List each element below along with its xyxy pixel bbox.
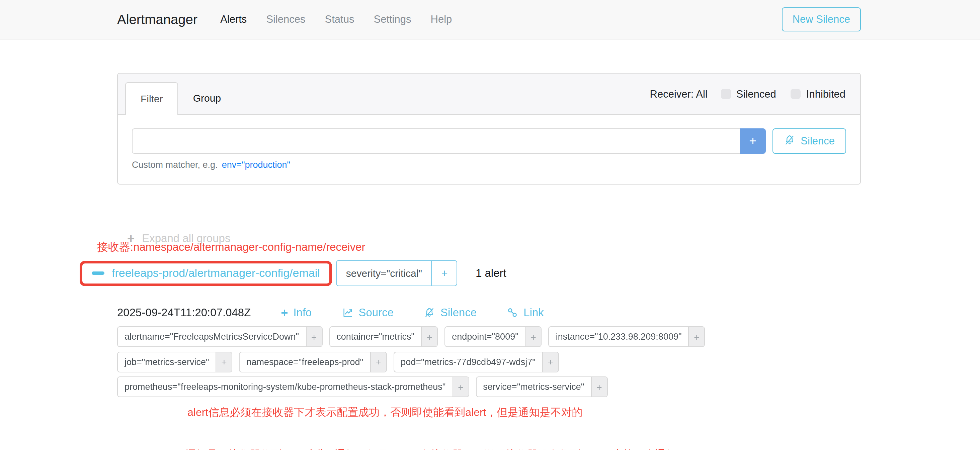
bell-slash-icon: [424, 307, 435, 318]
group-matcher-label[interactable]: severity="critical": [337, 261, 431, 285]
chart-line-icon: [342, 307, 353, 318]
add-filter-button[interactable]: +: [216, 352, 232, 371]
matcher-row: + Silence: [132, 128, 846, 154]
label-value[interactable]: endpoint="8009": [445, 327, 525, 346]
inhibited-checkbox[interactable]: [791, 89, 801, 99]
label-value[interactable]: job="metrics-service": [118, 352, 216, 371]
navbar: Alertmanager Alerts Silences Status Sett…: [0, 0, 980, 40]
add-filter-button[interactable]: +: [542, 352, 558, 371]
add-filter-button[interactable]: +: [370, 352, 386, 371]
silence-button-label: Silence: [800, 135, 835, 147]
label-value[interactable]: container="metrics": [330, 327, 421, 346]
add-filter-button[interactable]: +: [305, 327, 321, 346]
nav-items: Alerts Silences Status Settings Help: [220, 13, 452, 25]
collapse-minus-icon: [92, 271, 104, 275]
new-silence-button[interactable]: New Silence: [782, 7, 861, 32]
silenced-checkbox[interactable]: [721, 89, 731, 99]
link-action[interactable]: Link: [507, 306, 544, 319]
group-header-row: freeleaps-prod/alertmanager-config/email…: [80, 260, 506, 286]
silenced-checkbox-label[interactable]: Silenced: [737, 88, 776, 100]
matcher-helper: Custom matcher, e.g.env="production": [132, 160, 846, 170]
nav-item-silences[interactable]: Silences: [266, 13, 305, 25]
helper-example-link[interactable]: env="production": [222, 160, 291, 170]
receiver-filter[interactable]: Receiver: All: [650, 88, 708, 100]
label-chip: job="metrics-service" +: [117, 352, 232, 372]
add-matcher-button[interactable]: +: [740, 128, 766, 154]
group-receiver-path[interactable]: freeleaps-prod/alertmanager-config/email: [112, 266, 320, 280]
label-chip: service="metrics-service" +: [476, 376, 608, 397]
label-chip: container="metrics" +: [329, 326, 438, 347]
link-chain-icon: [507, 307, 518, 318]
app-brand[interactable]: Alertmanager: [117, 12, 197, 27]
annotation-line-1: alert信息必须在接收器下才表示配置成功，否则即使能看到alert，但是通知是…: [188, 406, 705, 420]
source-action[interactable]: Source: [342, 306, 394, 319]
label-chip: prometheus="freeleaps-monitoring-system/…: [117, 376, 469, 397]
alertmanager-app: Alertmanager Alerts Silences Status Sett…: [0, 0, 980, 450]
label-chip: pod="metrics-77d9cdb497-wdsj7" +: [393, 352, 559, 372]
alert-count: 1 alert: [476, 267, 506, 279]
nav-item-help[interactable]: Help: [431, 13, 452, 25]
highlighted-receiver-group[interactable]: freeleaps-prod/alertmanager-config/email: [80, 260, 332, 286]
alert-groups: + Expand all groups 接收器:namespace/alterm…: [0, 215, 980, 450]
inhibited-checkbox-label[interactable]: Inhibited: [806, 88, 845, 100]
add-filter-button[interactable]: +: [452, 377, 468, 396]
annotation-line-2: 逻辑是：接收器收到alert后进行通知，如果alert不在接收器下，说明接收器没…: [185, 448, 705, 450]
label-chip: endpoint="8009" +: [444, 326, 542, 347]
silence-action[interactable]: Silence: [424, 306, 477, 319]
info-action[interactable]: + Info: [281, 306, 312, 319]
alert-labels: alertname="FreeleapsMetricsServiceDown" …: [117, 326, 705, 397]
filter-panel-body: + Silence Custom mat: [118, 115, 860, 184]
label-value[interactable]: instance="10.233.98.209:8009": [549, 327, 689, 346]
filter-panel-header: Filter Group Receiver: All Silenced Inhi…: [118, 74, 860, 115]
nav-item-alerts[interactable]: Alerts: [220, 13, 247, 25]
group-matcher-chip: severity="critical" +: [336, 260, 458, 286]
main-content: Filter Group Receiver: All Silenced Inhi…: [0, 73, 980, 450]
matcher-input[interactable]: [132, 128, 740, 154]
tab-group[interactable]: Group: [178, 82, 235, 114]
nav-item-status[interactable]: Status: [325, 13, 355, 25]
label-chip: namespace="freeleaps-prod" +: [239, 352, 387, 372]
alert-detail: 2025-09-24T11:20:07.048Z + Info: [117, 306, 705, 450]
add-filter-button[interactable]: +: [689, 327, 705, 346]
nav-item-settings[interactable]: Settings: [374, 13, 411, 25]
label-value[interactable]: service="metrics-service": [476, 377, 591, 396]
tab-filter[interactable]: Filter: [125, 82, 178, 115]
label-chip: alertname="FreeleapsMetricsServiceDown" …: [117, 326, 322, 347]
add-filter-button[interactable]: +: [591, 377, 607, 396]
filter-options: Receiver: All Silenced Inhibited: [650, 74, 845, 114]
label-row: prometheus="freeleaps-monitoring-system/…: [117, 376, 705, 397]
label-value[interactable]: alertname="FreeleapsMetricsServiceDown": [118, 327, 305, 346]
label-row: job="metrics-service" + namespace="freel…: [117, 352, 705, 372]
label-chip: instance="10.233.98.209:8009" +: [549, 326, 705, 347]
label-value[interactable]: prometheus="freeleaps-monitoring-system/…: [118, 377, 452, 396]
source-action-label: Source: [358, 306, 394, 319]
silence-action-label: Silence: [441, 306, 477, 319]
filter-panel: Filter Group Receiver: All Silenced Inhi…: [117, 73, 861, 185]
alert-timestamp: 2025-09-24T11:20:07.048Z: [117, 306, 251, 319]
alert-header-row: 2025-09-24T11:20:07.048Z + Info: [117, 306, 705, 319]
label-row: alertname="FreeleapsMetricsServiceDown" …: [117, 326, 705, 347]
annotation-receiver-note: 接收器:namespace/altermanager-config-name/r…: [97, 240, 366, 255]
matcher-input-group: +: [132, 128, 766, 154]
group-matcher-add-button[interactable]: +: [431, 261, 457, 285]
panel-tabs: Filter Group: [125, 82, 235, 114]
silence-button[interactable]: Silence: [773, 128, 846, 154]
label-value[interactable]: namespace="freeleaps-prod": [240, 352, 370, 371]
info-action-label: Info: [293, 306, 312, 319]
plus-icon: +: [749, 134, 756, 149]
add-filter-button[interactable]: +: [525, 327, 541, 346]
helper-text: Custom matcher, e.g.: [132, 160, 218, 170]
add-filter-button[interactable]: +: [421, 327, 437, 346]
label-value[interactable]: pod="metrics-77d9cdb497-wdsj7": [394, 352, 542, 371]
link-action-label: Link: [523, 306, 544, 319]
bell-slash-icon: [784, 134, 795, 148]
plus-icon: +: [281, 307, 288, 318]
